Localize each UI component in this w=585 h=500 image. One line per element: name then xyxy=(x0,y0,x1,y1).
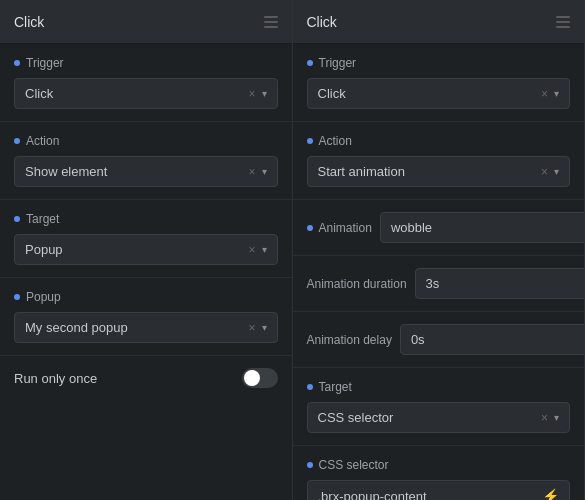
left-target-label: Target xyxy=(14,212,278,226)
lightning-icon[interactable]: ⚡ xyxy=(542,488,559,500)
right-animation-select[interactable]: wobble × ▾ xyxy=(380,212,585,243)
left-drag-handle[interactable] xyxy=(264,16,278,28)
left-trigger-clear[interactable]: × xyxy=(248,88,255,100)
left-target-section: Target Popup × ▾ xyxy=(0,200,292,278)
left-run-once-toggle[interactable] xyxy=(242,368,278,388)
left-panel-header: Click xyxy=(0,0,292,44)
right-animation-value: wobble xyxy=(391,220,585,235)
left-target-actions: × ▾ xyxy=(248,244,266,256)
left-trigger-actions: × ▾ xyxy=(248,88,266,100)
left-target-select[interactable]: Popup × ▾ xyxy=(14,234,278,265)
right-animation-section: Animation wobble × ▾ xyxy=(293,200,585,256)
left-target-clear[interactable]: × xyxy=(248,244,255,256)
left-action-actions: × ▾ xyxy=(248,166,266,178)
left-toggle-knob xyxy=(244,370,260,386)
right-anim-delay-section: Animation delay xyxy=(293,312,585,368)
left-target-value: Popup xyxy=(25,242,248,257)
right-action-select[interactable]: Start animation × ▾ xyxy=(307,156,571,187)
left-popup-chevron: ▾ xyxy=(262,322,267,333)
left-action-chevron: ▾ xyxy=(262,166,267,177)
right-anim-delay-label: Animation delay xyxy=(307,333,392,347)
left-panel: Click Trigger Click × ▾ Action Show elem… xyxy=(0,0,293,500)
right-trigger-select[interactable]: Click × ▾ xyxy=(307,78,571,109)
right-target-select[interactable]: CSS selector × ▾ xyxy=(307,402,571,433)
left-action-label: Action xyxy=(14,134,278,148)
right-anim-duration-row: Animation duration xyxy=(307,268,571,299)
left-popup-select[interactable]: My second popup × ▾ xyxy=(14,312,278,343)
left-trigger-value: Click xyxy=(25,86,248,101)
right-css-selector-label: CSS selector xyxy=(307,458,571,472)
right-target-value: CSS selector xyxy=(318,410,541,425)
right-animation-row: Animation wobble × ▾ xyxy=(307,212,571,243)
right-action-clear[interactable]: × xyxy=(541,166,548,178)
right-target-actions: × ▾ xyxy=(541,412,559,424)
right-action-chevron: ▾ xyxy=(554,166,559,177)
left-action-clear[interactable]: × xyxy=(248,166,255,178)
right-trigger-actions: × ▾ xyxy=(541,88,559,100)
left-popup-dot xyxy=(14,294,20,300)
left-panel-title: Click xyxy=(14,14,44,30)
right-panel: Click Trigger Click × ▾ Action Start ani… xyxy=(293,0,586,500)
right-anim-delay-row: Animation delay xyxy=(307,324,571,355)
left-trigger-chevron: ▾ xyxy=(262,88,267,99)
right-trigger-chevron: ▾ xyxy=(554,88,559,99)
right-trigger-section: Trigger Click × ▾ xyxy=(293,44,585,122)
left-popup-clear[interactable]: × xyxy=(248,322,255,334)
left-popup-section: Popup My second popup × ▾ xyxy=(0,278,292,356)
right-target-dot xyxy=(307,384,313,390)
left-trigger-dot xyxy=(14,60,20,66)
right-animation-dot xyxy=(307,225,313,231)
right-panel-title: Click xyxy=(307,14,337,30)
right-animation-label-wrap: Animation xyxy=(307,221,372,235)
left-target-dot xyxy=(14,216,20,222)
right-drag-handle[interactable] xyxy=(556,16,570,28)
right-trigger-clear[interactable]: × xyxy=(541,88,548,100)
left-popup-label: Popup xyxy=(14,290,278,304)
right-target-label: Target xyxy=(307,380,571,394)
right-anim-delay-input[interactable] xyxy=(400,324,585,355)
left-trigger-select[interactable]: Click × ▾ xyxy=(14,78,278,109)
left-action-section: Action Show element × ▾ xyxy=(0,122,292,200)
right-target-section: Target CSS selector × ▾ xyxy=(293,368,585,446)
right-anim-duration-label: Animation duration xyxy=(307,277,407,291)
right-target-chevron: ▾ xyxy=(554,412,559,423)
left-action-dot xyxy=(14,138,20,144)
right-action-section: Action Start animation × ▾ xyxy=(293,122,585,200)
right-action-value: Start animation xyxy=(318,164,541,179)
right-target-clear[interactable]: × xyxy=(541,412,548,424)
right-action-dot xyxy=(307,138,313,144)
left-popup-actions: × ▾ xyxy=(248,322,266,334)
left-popup-value: My second popup xyxy=(25,320,248,335)
left-trigger-label: Trigger xyxy=(14,56,278,70)
left-toggle-label: Run only once xyxy=(14,371,97,386)
right-trigger-label: Trigger xyxy=(307,56,571,70)
right-css-selector-section: CSS selector .brx-popup-content ⚡ xyxy=(293,446,585,500)
right-css-selector-value: .brx-popup-content xyxy=(318,489,543,501)
right-trigger-value: Click xyxy=(318,86,541,101)
left-target-chevron: ▾ xyxy=(262,244,267,255)
right-css-selector-field[interactable]: .brx-popup-content ⚡ xyxy=(307,480,571,500)
right-trigger-dot xyxy=(307,60,313,66)
right-anim-duration-input[interactable] xyxy=(415,268,585,299)
right-css-selector-dot xyxy=(307,462,313,468)
right-action-actions: × ▾ xyxy=(541,166,559,178)
left-toggle-row: Run only once xyxy=(0,356,292,400)
right-panel-header: Click xyxy=(293,0,585,44)
right-anim-duration-section: Animation duration xyxy=(293,256,585,312)
left-action-select[interactable]: Show element × ▾ xyxy=(14,156,278,187)
right-action-label: Action xyxy=(307,134,571,148)
left-trigger-section: Trigger Click × ▾ xyxy=(0,44,292,122)
left-action-value: Show element xyxy=(25,164,248,179)
